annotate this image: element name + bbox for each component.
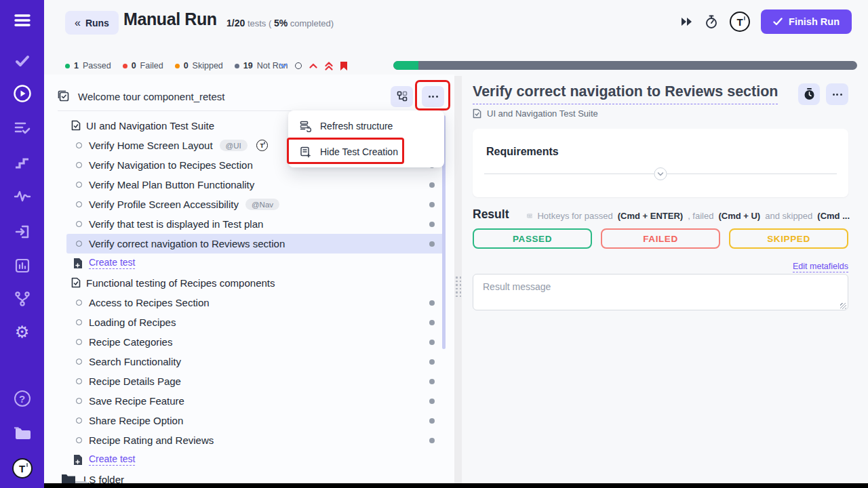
priority-high-chevron-up-icon[interactable] xyxy=(309,63,317,68)
finish-run-button[interactable]: Finish Run xyxy=(761,9,852,34)
test-label: Save Recipe Feature xyxy=(89,395,184,407)
menu-item-label: Refresh structure xyxy=(320,121,393,131)
help-icon[interactable]: ? xyxy=(14,390,31,407)
suite-row[interactable]: Functional testing of Recipes components xyxy=(58,272,444,293)
test-detail-title[interactable]: Verify correct navigation to Reviews sec… xyxy=(473,83,778,104)
hotkey-passed: (Cmd + ENTER) xyxy=(618,211,683,221)
test-row[interactable]: Share Recipe Option xyxy=(66,411,444,430)
testomat-header-logo-icon[interactable]: T xyxy=(730,12,750,32)
failed-label: Failed xyxy=(140,61,163,70)
not-run-dot xyxy=(235,64,239,68)
failed-dot xyxy=(123,64,127,68)
test-row[interactable]: Recipe Details Page xyxy=(66,371,444,391)
run-checklist-icon xyxy=(58,90,70,102)
not-run-status-dot xyxy=(429,222,435,227)
passed-button[interactable]: PASSED xyxy=(473,228,592,249)
skipped-button[interactable]: SKIPPED xyxy=(729,228,848,249)
sidebar: ⚙ ? T xyxy=(0,0,44,488)
menu-item-label: Hide Test Creation xyxy=(320,146,398,157)
priority-urgent-chevrons-up-icon[interactable] xyxy=(325,62,333,70)
menu-icon[interactable] xyxy=(13,12,32,28)
activity-pulse-icon[interactable] xyxy=(14,190,31,202)
result-message-input[interactable] xyxy=(473,274,848,310)
test-bullet-icon xyxy=(76,221,82,227)
test-row[interactable]: Recipe Rating and Reviews xyxy=(66,430,444,450)
suite-doc-icon xyxy=(71,120,81,131)
projects-folder-icon[interactable] xyxy=(13,424,32,441)
reports-chart-icon[interactable] xyxy=(14,258,31,274)
test-row[interactable]: Search Functionality xyxy=(66,352,444,371)
panel-splitter[interactable] xyxy=(454,76,462,488)
detail-more-button[interactable] xyxy=(826,83,848,105)
app-window: ⚙ ? T « Runs Manual Run 1/20 tests ( 5% … xyxy=(0,0,868,488)
create-test-row[interactable]: Create test xyxy=(66,253,444,272)
page-title: Manual Run xyxy=(123,9,217,29)
create-test-link[interactable]: Create test xyxy=(89,453,135,466)
create-test-link[interactable]: Create test xyxy=(89,257,135,269)
hotkey-failed: (Cmd + U) xyxy=(718,211,760,221)
test-bullet-icon xyxy=(76,319,82,325)
passed-count: 1 xyxy=(74,61,79,70)
test-row[interactable]: Save Recipe Feature xyxy=(66,391,444,411)
create-test-row[interactable]: Create test xyxy=(66,450,444,469)
menu-item-hide-test-creation[interactable]: Hide Test Creation xyxy=(288,139,444,165)
tests-ratio: 1/20 xyxy=(226,18,245,28)
requirements-card: Requirements xyxy=(473,129,848,197)
failed-count: 0 xyxy=(132,61,136,70)
check-icon xyxy=(773,18,783,26)
suite-doc-icon xyxy=(473,108,481,119)
test-row-selected[interactable]: Verify correct navigation to Reviews sec… xyxy=(66,234,444,253)
tree-structure-button[interactable] xyxy=(391,86,413,107)
priority-normal-circle-icon[interactable] xyxy=(295,62,302,69)
not-run-count: 19 xyxy=(243,61,253,70)
test-label: Verify Profile Screen Accessibility xyxy=(89,199,239,210)
priority-low-chevron-down-icon[interactable] xyxy=(279,63,288,68)
failed-button[interactable]: FAILED xyxy=(601,228,720,249)
ellipsis-icon xyxy=(833,94,842,96)
test-label: Verify that test is displayed in Test pl… xyxy=(89,218,263,230)
edit-metafields-link[interactable]: Edit metafields xyxy=(793,262,848,272)
test-row[interactable]: Access to Recipes Section xyxy=(66,293,444,312)
branch-icon[interactable] xyxy=(14,290,31,308)
test-row[interactable]: Verify that test is displayed in Test pl… xyxy=(66,214,444,234)
test-detail-panel: Verify correct navigation to Reviews sec… xyxy=(462,75,868,488)
settings-gear-icon[interactable]: ⚙ xyxy=(15,324,30,340)
back-to-runs-button[interactable]: « Runs xyxy=(65,11,119,35)
test-label: Recipe Categories xyxy=(89,336,172,348)
test-label: Search Functionality xyxy=(89,356,181,367)
test-label: Recipe Details Page xyxy=(89,375,181,387)
test-row[interactable]: Loading of Recipes xyxy=(66,312,444,332)
requirements-title: Requirements xyxy=(486,146,559,158)
test-row[interactable]: Recipe Categories xyxy=(66,332,444,352)
not-run-status-dot xyxy=(429,418,435,424)
runs-play-icon[interactable] xyxy=(13,84,32,103)
not-run-status-dot xyxy=(429,340,435,345)
detail-suite-label: UI and Navigation Test Suite xyxy=(487,108,598,119)
legend-passed: 1 Passed xyxy=(65,61,111,70)
milestones-steps-icon[interactable] xyxy=(14,156,31,169)
automated-test-logo-icon: T xyxy=(256,140,268,151)
test-row[interactable]: Verify Profile Screen Accessibility @Nav xyxy=(66,195,444,214)
not-run-status-dot xyxy=(429,359,435,365)
detail-timer-button[interactable] xyxy=(798,83,820,105)
test-bullet-icon xyxy=(76,142,82,148)
hotkeys-mid1: , failed xyxy=(688,211,713,221)
priority-filter-icons xyxy=(279,61,347,70)
testomat-logo-icon[interactable]: T xyxy=(12,458,33,479)
run-progress-bar xyxy=(393,61,857,70)
test-plans-icon[interactable] xyxy=(14,121,31,136)
percent-completed: 5% xyxy=(274,18,288,28)
not-run-status-dot xyxy=(429,438,435,443)
test-row[interactable]: Verify Meal Plan Button Functionality xyxy=(66,175,444,195)
menu-item-refresh-structure[interactable]: Refresh structure xyxy=(288,113,444,139)
tests-check-icon[interactable] xyxy=(14,54,31,68)
import-icon[interactable] xyxy=(14,224,31,240)
requirements-expand-toggle[interactable] xyxy=(654,167,667,180)
not-run-status-dot xyxy=(429,202,435,207)
priority-important-bookmark-icon[interactable] xyxy=(340,62,347,70)
fast-forward-icon[interactable] xyxy=(681,17,693,26)
tree-more-button[interactable] xyxy=(422,86,444,107)
stopwatch-icon[interactable] xyxy=(704,14,719,29)
skipped-dot xyxy=(175,64,180,68)
result-title: Result xyxy=(473,207,509,222)
